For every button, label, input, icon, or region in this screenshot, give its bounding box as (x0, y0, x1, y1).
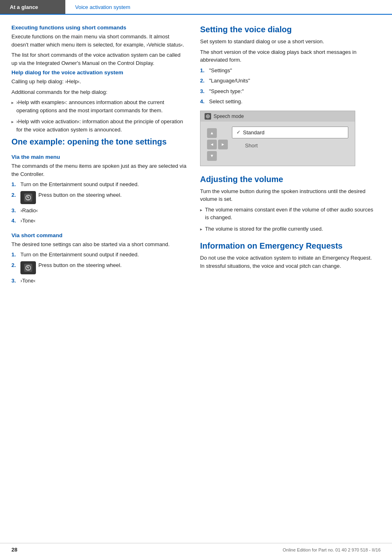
emergency-requests-title: Information on Emergency Requests (200, 241, 376, 251)
speech-mode-icon (205, 113, 211, 120)
page-footer: 28 Online Edition for Part no. 01 40 2 9… (0, 543, 392, 556)
via-main-menu-para: The commands of the menu items are spoke… (11, 162, 187, 178)
adjusting-volume-para: Turn the volume button during the spoken… (200, 187, 376, 203)
nav-lr-row: ◄ ► (207, 140, 228, 149)
via-main-menu-title: Via the main menu (11, 154, 187, 160)
header-chapter: At a glance (0, 0, 65, 14)
steering-wheel-button-icon-2 (20, 261, 36, 274)
nav-controls: ▲ ◄ ► ▼ (207, 128, 228, 161)
right-column: Setting the voice dialog Set system to s… (200, 24, 376, 287)
speech-mode-title-bar: Speech mode (200, 111, 355, 122)
section-voice-dialog: Setting the voice dialog Set system to s… (200, 24, 376, 166)
bullet-arrow-icon: ▸ (11, 99, 14, 106)
via-short-command-title: Via short command (11, 232, 187, 238)
voice-dialog-step-1: 1. "Settings" (200, 67, 376, 75)
adjusting-volume-title: Adjusting the volume (200, 174, 376, 184)
page-number: 28 (11, 547, 17, 553)
page-header: At a glance Voice activation system (0, 0, 392, 15)
voice-dialog-step-4: 4. Select setting. (200, 98, 376, 106)
executing-functions-para1: Execute functions on the main menu via s… (11, 33, 187, 49)
speech-mode-standard: ✓ Standard (232, 127, 348, 138)
executing-functions-para2: The list for short commands of the voice… (11, 51, 187, 67)
help-dialog-para2: Additional commands for the help dialog: (11, 88, 187, 96)
volume-bullet-2: ▸ The volume is stored for the profile c… (200, 225, 376, 233)
short-command-step-3: 3. ›Tone‹ (11, 277, 187, 285)
left-column: Executing functions using short commands… (11, 24, 187, 287)
header-section: Voice activation system (65, 0, 140, 14)
bullet-arrow-icon: ▸ (200, 226, 203, 233)
one-example-title: One example: opening the tone settings (11, 137, 187, 147)
footer-copyright: Online Edition for Part no. 01 40 2 970 … (283, 547, 381, 552)
speech-mode-screenshot: Speech mode ▲ ◄ ► ▼ (200, 111, 355, 166)
svg-point-7 (28, 267, 29, 268)
nav-left-icon: ◄ (207, 140, 217, 149)
emergency-requests-para: Do not use the voice activation system t… (200, 254, 376, 270)
short-command-step-1: 1. Turn on the Entertainment sound outpu… (11, 251, 187, 259)
nav-right-icon: ► (218, 140, 228, 149)
section-one-example: One example: opening the tone settings V… (11, 137, 187, 285)
main-menu-step-1: 1. Turn on the Entertainment sound outpu… (11, 180, 187, 189)
main-menu-step-2: 2. Press button on the steering wheel. (11, 191, 187, 204)
executing-functions-title: Executing functions using short commands (11, 24, 187, 31)
steering-wheel-button-icon (20, 191, 36, 204)
bullet-item-2: ▸ ›Help with voice activation‹: informat… (11, 118, 187, 133)
volume-bullets: ▸ The volume remains constant even if th… (200, 206, 376, 233)
section-executing-functions: Executing functions using short commands… (11, 24, 187, 67)
section-emergency-requests: Information on Emergency Requests Do not… (200, 241, 376, 270)
short-command-step-2: 2. Press button on the steering wheel. (11, 261, 187, 274)
checkmark-icon: ✓ (236, 129, 241, 135)
volume-bullet-1: ▸ The volume remains constant even if th… (200, 206, 376, 222)
voice-dialog-step-2: 2. "Language/Units" (200, 77, 376, 85)
help-dialog-bullets: ▸ ›Help with examples‹: announces inform… (11, 98, 187, 133)
bullet-item-1: ▸ ›Help with examples‹: announces inform… (11, 98, 187, 114)
speech-mode-items: ✓ Standard Short (232, 125, 348, 153)
voice-dialog-step-3: 3. "Speech type:" (200, 87, 376, 96)
voice-dialog-steps: 1. "Settings" 2. "Language/Units" 3. "Sp… (200, 67, 376, 106)
bullet-arrow-icon: ▸ (200, 207, 203, 214)
section-adjusting-volume: Adjusting the volume Turn the volume but… (200, 174, 376, 233)
nav-down-icon: ▼ (207, 151, 217, 161)
speech-mode-body: ▲ ◄ ► ▼ ✓ Standard (200, 122, 355, 166)
bullet-arrow-icon: ▸ (11, 118, 14, 125)
voice-dialog-para1: Set system to standard dialog or use a s… (200, 38, 376, 46)
nav-up-icon: ▲ (207, 128, 217, 138)
main-menu-steps: 1. Turn on the Entertainment sound outpu… (11, 180, 187, 225)
main-menu-step-3: 3. ›Radio‹ (11, 207, 187, 215)
short-command-steps: 1. Turn on the Entertainment sound outpu… (11, 251, 187, 285)
help-dialog-title: Help dialog for the voice activation sys… (11, 69, 187, 76)
main-content: Executing functions using short commands… (0, 15, 392, 295)
voice-dialog-para2: The short version of the voice dialog pl… (200, 48, 376, 64)
speech-mode-short: Short (232, 140, 348, 151)
svg-point-2 (28, 197, 29, 198)
help-dialog-para1: Calling up help dialog: ›Help‹. (11, 78, 187, 86)
voice-dialog-title: Setting the voice dialog (200, 24, 376, 34)
main-menu-step-4: 4. ›Tone‹ (11, 217, 187, 225)
via-short-command-para: The desired tone settings can also be st… (11, 240, 187, 249)
section-help-dialog: Help dialog for the voice activation sys… (11, 69, 187, 133)
